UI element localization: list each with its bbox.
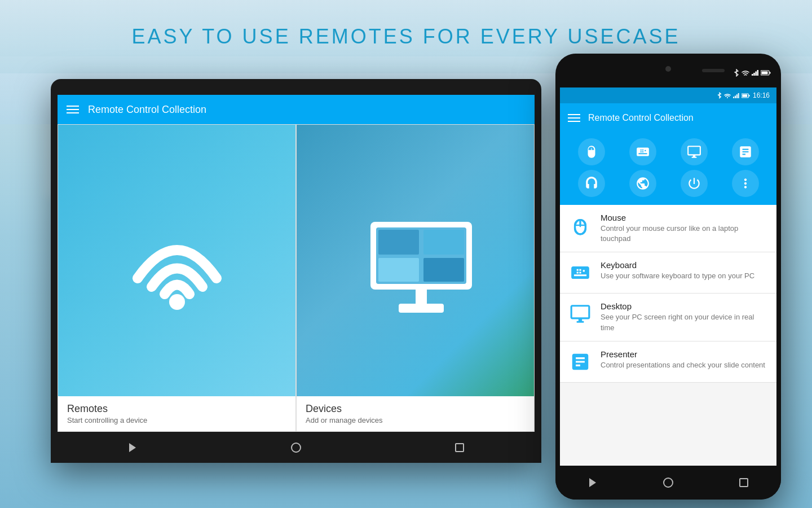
svg-rect-6 <box>423 258 464 282</box>
phone-device: 16:16 Remote Control Collection <box>555 54 781 500</box>
phone-icon-more[interactable] <box>732 170 759 197</box>
keyboard-list-svg <box>570 262 591 283</box>
svg-rect-5 <box>378 258 419 282</box>
phone-icon-keyboard[interactable] <box>629 138 656 165</box>
phone-app-title: Remote Control Collection <box>588 113 694 123</box>
remotes-title: Remotes <box>67 403 286 415</box>
globe-icon <box>636 176 650 191</box>
desktop-icon-grid <box>687 144 701 159</box>
devices-subtitle: Add or manage devices <box>306 416 525 424</box>
phone-list: Mouse Control your mouse cursor like on … <box>560 205 776 383</box>
tablet-screen: Remote Control Collection <box>58 95 535 432</box>
presenter-list-title: Presenter <box>601 349 765 359</box>
wifi-status-icon <box>742 70 749 76</box>
phone-icon-power[interactable] <box>681 170 708 197</box>
tablet-recents-button[interactable] <box>453 441 466 454</box>
tablet-home-button[interactable] <box>289 441 303 454</box>
more-icon <box>738 176 753 191</box>
mouse-list-title: Mouse <box>601 213 769 222</box>
tablet-device: Remote Control Collection <box>51 79 541 463</box>
tablet-app-bar: Remote Control Collection <box>58 95 535 124</box>
mouse-list-sub: Control your mouse cursor like on a lapt… <box>601 224 769 244</box>
svg-rect-9 <box>752 74 753 76</box>
phone-app-bar: Remote Control Collection <box>560 103 776 133</box>
desktop-list-svg <box>570 303 591 325</box>
phone-time: 16:16 <box>753 91 770 99</box>
tablet-back-button[interactable] <box>126 441 139 454</box>
presenter-list-svg <box>570 351 591 373</box>
phone-battery-icon <box>742 93 751 98</box>
devices-label: Devices Add or manage devices <box>297 396 534 431</box>
desktop-list-sub: See your PC screen right on your device … <box>601 312 769 332</box>
svg-point-16 <box>727 97 728 98</box>
phone-bluetooth-icon <box>717 92 722 99</box>
phone-speaker <box>702 69 725 72</box>
phone-back-button[interactable] <box>588 479 597 486</box>
signal-icon <box>752 70 758 76</box>
tablet-grid: Remotes Start controlling a device <box>58 124 535 432</box>
battery-icon <box>761 70 771 76</box>
list-item-desktop[interactable]: Desktop See your PC screen right on your… <box>560 294 776 341</box>
svg-rect-4 <box>423 230 464 255</box>
phone-icon-mouse[interactable] <box>578 138 605 165</box>
tablet-body: Remote Control Collection <box>51 79 541 463</box>
svg-rect-15 <box>762 72 768 75</box>
svg-rect-12 <box>757 70 759 76</box>
presenter-list-icon <box>568 349 593 374</box>
presenter-list-text: Presenter Control presentations and chec… <box>601 349 765 370</box>
keyboard-list-icon <box>568 260 593 285</box>
svg-rect-20 <box>738 93 739 98</box>
tablet-grid-devices[interactable]: Devices Add or manage devices <box>296 124 535 432</box>
list-item-keyboard[interactable]: Keyboard Use your software keyboard to t… <box>560 252 776 294</box>
mouse-list-icon <box>568 213 593 238</box>
keyboard-list-text: Keyboard Use your software keyboard to t… <box>601 260 754 281</box>
bluetooth-icon <box>734 69 739 77</box>
chart-icon-grid <box>738 144 753 159</box>
keyboard-list-title: Keyboard <box>601 260 754 270</box>
tablet-hamburger-icon[interactable] <box>67 106 79 113</box>
desktop-list-text: Desktop See your PC screen right on your… <box>601 301 769 332</box>
keyboard-list-sub: Use your software keyboard to type on yo… <box>601 271 754 281</box>
keyboard-icon-grid <box>636 144 650 159</box>
tablet-nav-bar <box>51 432 541 463</box>
page-title: EASY TO USE REMOTES FOR EVERY USECASE <box>132 25 681 49</box>
mouse-list-text: Mouse Control your mouse cursor like on … <box>601 213 769 244</box>
phone-icon-chart[interactable] <box>732 138 759 165</box>
phone-camera <box>665 66 671 72</box>
svg-rect-19 <box>736 94 738 98</box>
phone-icon-desktop-grid[interactable] <box>681 138 708 165</box>
phone-body: 16:16 Remote Control Collection <box>555 54 781 500</box>
tablet-app-title: Remote Control Collection <box>88 104 206 116</box>
phone-nav-bar <box>555 466 781 500</box>
presenter-list-sub: Control presentations and check your sli… <box>601 360 765 370</box>
svg-rect-3 <box>378 230 419 255</box>
list-item-mouse[interactable]: Mouse Control your mouse cursor like on … <box>560 205 776 252</box>
phone-hamburger-icon[interactable] <box>568 114 580 122</box>
phone-wifi-icon <box>724 93 731 98</box>
phone-status-icons <box>734 69 771 77</box>
svg-rect-18 <box>735 95 736 98</box>
phone-screen: 16:16 Remote Control Collection <box>560 87 776 466</box>
svg-rect-8 <box>399 304 444 313</box>
phone-icon-grid <box>560 133 776 205</box>
svg-rect-11 <box>755 72 757 76</box>
devices-title: Devices <box>306 403 525 415</box>
svg-rect-23 <box>742 94 747 97</box>
phone-status-bar: 16:16 <box>560 87 776 103</box>
svg-rect-22 <box>749 95 750 97</box>
desktop-list-title: Desktop <box>601 301 769 311</box>
phone-icon-headphones[interactable] <box>578 170 605 197</box>
phone-icon-globe[interactable] <box>629 170 656 197</box>
svg-point-0 <box>169 294 185 310</box>
phone-signal-icon <box>733 93 739 98</box>
remotes-icon <box>121 211 233 323</box>
svg-rect-10 <box>753 73 755 76</box>
remotes-label: Remotes Start controlling a device <box>58 396 295 431</box>
list-item-presenter[interactable]: Presenter Control presentations and chec… <box>560 341 776 383</box>
svg-rect-14 <box>770 72 771 74</box>
phone-recents-button[interactable] <box>739 478 748 487</box>
mouse-list-svg <box>570 214 591 236</box>
svg-rect-17 <box>733 97 734 98</box>
phone-home-button[interactable] <box>663 478 673 488</box>
tablet-grid-remotes[interactable]: Remotes Start controlling a device <box>58 124 296 432</box>
